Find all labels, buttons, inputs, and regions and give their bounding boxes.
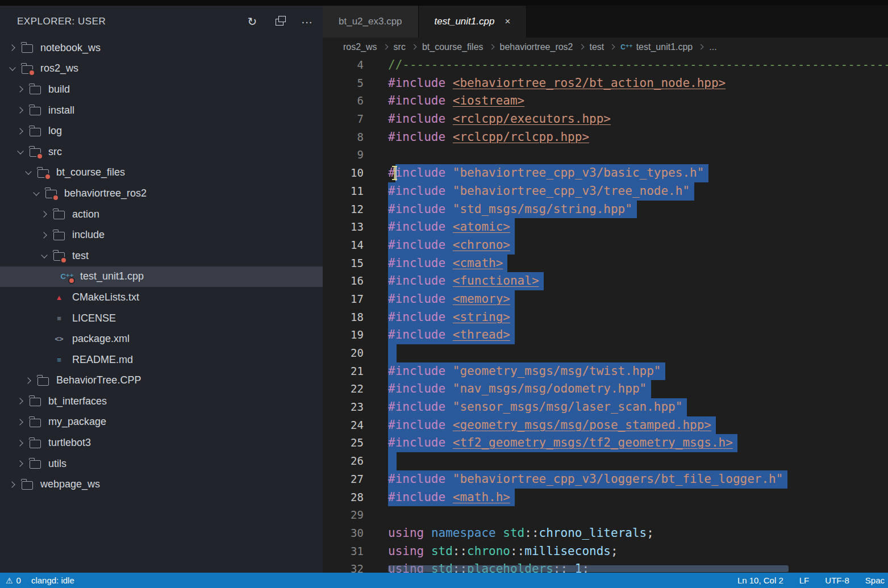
- chevron-right-icon[interactable]: [14, 441, 27, 445]
- breadcrumb-item[interactable]: C⁺⁺test_unit1.cpp: [620, 42, 693, 52]
- breadcrumb-item[interactable]: src: [394, 42, 406, 52]
- chevron-right-icon[interactable]: [37, 233, 51, 237]
- code-line-13[interactable]: 13#include <atomic>: [323, 218, 888, 236]
- open-editors-icon[interactable]: [273, 15, 286, 28]
- horizontal-scrollbar[interactable]: [388, 565, 789, 572]
- tree-item-label: bt_course_files: [56, 166, 125, 178]
- tree-item-build[interactable]: build: [0, 79, 323, 100]
- code-line-26[interactable]: 26: [323, 452, 888, 470]
- chevron-right-icon[interactable]: [14, 108, 27, 112]
- clangd-status[interactable]: clangd: idle: [31, 576, 74, 585]
- tree-item-package.xml[interactable]: <>package.xml: [0, 328, 323, 349]
- breadcrumb-item[interactable]: test: [590, 42, 604, 52]
- line-number: 19: [323, 326, 364, 344]
- code-line-23[interactable]: 23#include "sensor_msgs/msg/laser_scan.h…: [323, 398, 888, 416]
- code-line-22[interactable]: 22#include "nav_msgs/msg/odometry.hpp": [323, 380, 888, 398]
- chevron-right-icon[interactable]: [14, 399, 27, 403]
- tree-item-LICENSE[interactable]: ≡LICENSE: [0, 308, 323, 329]
- chevron-right-icon[interactable]: [14, 87, 27, 91]
- tree-item-my_package[interactable]: my_package: [0, 412, 323, 433]
- tree-item-notebook_ws[interactable]: notebook_ws: [0, 37, 323, 59]
- tree-item-test[interactable]: test: [0, 245, 323, 266]
- chevron-down-icon[interactable]: [30, 192, 43, 195]
- tree-item-bt_course_files[interactable]: bt_course_files: [0, 162, 323, 184]
- code-line-28[interactable]: 28#include <math.h>: [323, 489, 888, 507]
- tree-item-utils[interactable]: utils: [0, 453, 323, 474]
- code-line-17[interactable]: 17#include <memory>: [323, 290, 888, 308]
- code-line-25[interactable]: 25#include <tf2_geometry_msgs/tf2_geomet…: [323, 434, 888, 452]
- breadcrumb-item[interactable]: bt_course_files: [422, 42, 483, 52]
- code-line-31[interactable]: 31using std::chrono::milliseconds;: [323, 543, 888, 561]
- tree-item-BehaviorTree.CPP[interactable]: BehaviorTree.CPP: [0, 370, 323, 391]
- indentation-indicator[interactable]: Spac: [865, 576, 885, 585]
- tree-item-src[interactable]: src: [0, 141, 323, 162]
- code-line-19[interactable]: 19#include <thread>: [323, 326, 888, 344]
- code-line-10[interactable]: 10#include "behaviortree_cpp_v3/basic_ty…: [323, 164, 888, 182]
- code-line-6[interactable]: 6#include <iostream>: [323, 92, 888, 110]
- eol-indicator[interactable]: LF: [799, 576, 810, 585]
- line-number: 17: [323, 290, 364, 308]
- breadcrumb-item[interactable]: behaviortree_ros2: [500, 42, 573, 52]
- code-line-21[interactable]: 21#include "geometry_msgs/msg/twist.hpp": [323, 362, 888, 381]
- code-line-18[interactable]: 18#include <string>: [323, 308, 888, 327]
- code-line-27[interactable]: 27#include "behaviortree_cpp_v3/loggers/…: [323, 470, 888, 489]
- code-line-16[interactable]: 16#include <functional>: [323, 272, 888, 290]
- selection-highlight: include "behaviortree_cpp_v3/basic_types…: [395, 164, 709, 182]
- chevron-right-icon[interactable]: [14, 420, 27, 424]
- tree-item-action[interactable]: action: [0, 204, 323, 225]
- chevron-right-icon[interactable]: [6, 482, 19, 487]
- code-line-15[interactable]: 15#include <cmath>: [323, 255, 888, 273]
- code-line-29[interactable]: 29: [323, 506, 888, 524]
- tree-item-README.md[interactable]: ≡README.md: [0, 349, 323, 370]
- tab-label: bt_u2_ex3.cpp: [339, 16, 402, 27]
- chevron-right-icon[interactable]: [14, 461, 27, 466]
- encoding-indicator[interactable]: UTF-8: [825, 576, 849, 585]
- cpp-file-icon: C⁺⁺: [59, 266, 75, 287]
- cursor-position[interactable]: Ln 10, Col 2: [737, 576, 783, 585]
- code-line-20[interactable]: 20: [323, 344, 888, 362]
- code-token: #include: [388, 128, 445, 147]
- code-line-14[interactable]: 14#include <chrono>: [323, 236, 888, 255]
- close-icon[interactable]: ×: [505, 16, 510, 27]
- tree-item-bt_interfaces[interactable]: bt_interfaces: [0, 391, 323, 412]
- tree-item-install[interactable]: install: [0, 100, 323, 121]
- chevron-down-icon[interactable]: [22, 171, 35, 174]
- tree-item-log[interactable]: log: [0, 120, 323, 141]
- tree-item-behaviortree_ros2[interactable]: behaviortree_ros2: [0, 183, 323, 204]
- code-line-4[interactable]: 4//-------------------------------------…: [323, 56, 888, 74]
- tab-bt_u2_ex3.cpp[interactable]: bt_u2_ex3.cpp: [323, 6, 419, 37]
- tree-item-include[interactable]: include: [0, 224, 323, 245]
- chevron-down-icon[interactable]: [6, 67, 19, 70]
- code-line-30[interactable]: 30using namespace std::chrono_literals;: [323, 524, 888, 543]
- selection-highlight: #include "behaviortree_cpp_v3/loggers/bt…: [388, 470, 787, 489]
- code-line-24[interactable]: 24#include <geometry_msgs/msg/pose_stamp…: [323, 416, 888, 435]
- code-line-11[interactable]: 11#include "behaviortree_cpp_v3/tree_nod…: [323, 182, 888, 201]
- tree-item-CMakeLists.txt[interactable]: ▲CMakeLists.txt: [0, 287, 323, 308]
- chevron-right-icon[interactable]: [37, 212, 51, 216]
- chevron-right-icon[interactable]: [14, 129, 27, 134]
- tab-test_unit1.cpp[interactable]: test_unit1.cpp×: [419, 6, 527, 37]
- code-token: <math.h>: [453, 490, 510, 504]
- chevron-down-icon[interactable]: [37, 255, 51, 257]
- tree-item-webpage_ws[interactable]: webpage_ws: [0, 474, 323, 495]
- line-number: 18: [323, 308, 364, 327]
- code-token: #include: [388, 220, 445, 233]
- tree-item-ros2_ws[interactable]: ros2_ws: [0, 59, 323, 80]
- chevron-right-icon[interactable]: [22, 378, 35, 383]
- code-line-7[interactable]: 7#include <rclcpp/executors.hpp>: [323, 110, 888, 128]
- chevron-down-icon[interactable]: [14, 151, 27, 153]
- breadcrumb-item[interactable]: ros2_ws: [343, 42, 377, 52]
- line-content: #include <geometry_msgs/msg/pose_stamped…: [388, 416, 716, 435]
- code-line-5[interactable]: 5#include <behaviortree_ros2/bt_action_n…: [323, 74, 888, 93]
- problems-indicator[interactable]: ⚠ 0: [6, 576, 21, 585]
- code-line-8[interactable]: 8#include <rclcpp/rclcpp.hpp>: [323, 128, 888, 147]
- code-line-9[interactable]: 9: [323, 146, 888, 164]
- code-line-12[interactable]: 12#include "std_msgs/msg/string.hpp": [323, 201, 888, 219]
- code-editor[interactable]: 4//-------------------------------------…: [323, 56, 888, 573]
- tree-item-turtlebot3[interactable]: turtlebot3: [0, 432, 323, 453]
- breadcrumb-item[interactable]: ...: [709, 42, 716, 52]
- chevron-right-icon[interactable]: [6, 45, 19, 50]
- refresh-icon[interactable]: ↻: [245, 15, 259, 28]
- tree-item-test_unit1.cpp[interactable]: C⁺⁺test_unit1.cpp: [0, 266, 323, 287]
- more-actions-icon[interactable]: ···: [300, 15, 314, 28]
